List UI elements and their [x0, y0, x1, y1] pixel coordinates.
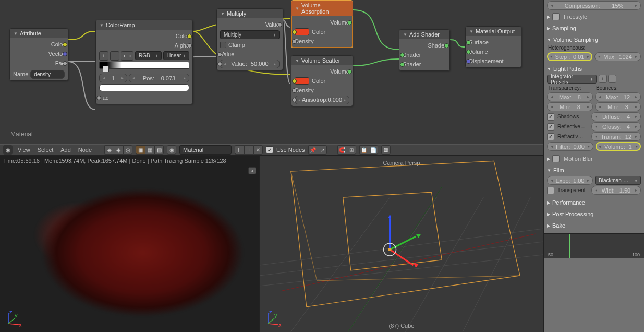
panel-volume-sampling[interactable]: Volume Sampling — [547, 35, 641, 44]
panel-sampling[interactable]: Sampling — [547, 23, 641, 33]
menu-node[interactable]: Node — [76, 147, 94, 153]
socket-shader-out[interactable] — [444, 43, 449, 48]
snap-type-button[interactable]: ⊞ — [347, 145, 356, 155]
3d-viewport[interactable]: Camera Persp z x y (87) Cube — [259, 156, 543, 332]
paste-button[interactable]: 📄 — [369, 145, 378, 155]
panel-film[interactable]: Film — [547, 165, 641, 175]
refractive-checkbox[interactable] — [547, 133, 554, 140]
operation-dropdown[interactable]: Multiply — [220, 30, 280, 39]
snap-button[interactable]: 🧲 — [337, 145, 347, 155]
transp-min-field[interactable]: Min:8 — [547, 102, 593, 111]
flip-button[interactable]: ⟷ — [121, 51, 133, 61]
render-result-view[interactable]: Time:05:59.16 | Mem:1593.74M, Peak:1657.… — [0, 156, 259, 332]
value-input[interactable]: Value:50.000 — [220, 60, 280, 68]
socket-value-out[interactable] — [277, 22, 282, 27]
panel-freestyle[interactable]: Freestyle — [547, 12, 641, 21]
node-title[interactable]: Volume Absorption — [291, 1, 353, 16]
stop-position[interactable]: Pos:0.073 — [129, 74, 189, 82]
socket-value-in1[interactable] — [217, 52, 222, 57]
socket-density-in[interactable] — [292, 39, 297, 44]
transp-max-field[interactable]: Max:8 — [547, 92, 593, 101]
socket-vector[interactable] — [63, 52, 67, 56]
socket-fac[interactable] — [63, 61, 67, 66]
node-add-shader[interactable]: Add Shader Shader Shader Shader — [399, 29, 450, 71]
compression-field[interactable]: Compression:15% — [547, 1, 641, 10]
glossy-bounces-field[interactable]: Glossy:4 — [591, 122, 641, 131]
socket-aniso-in[interactable] — [292, 98, 297, 102]
socket-value-in2[interactable] — [217, 62, 222, 66]
object-shader-icon[interactable]: ◈ — [104, 145, 114, 155]
data-type-tabs[interactable]: ▣ ▦ ▩ — [136, 145, 164, 155]
preset-remove-button[interactable]: − — [608, 75, 616, 83]
menu-add[interactable]: Add — [58, 147, 73, 153]
node-editor[interactable]: Attribute Color Vector Fac Name density … — [0, 0, 543, 144]
exposure-field[interactable]: Expo:1.00 — [547, 176, 593, 185]
panel-bake[interactable]: Bake — [547, 221, 641, 230]
editor-type-icon[interactable]: ◉ — [3, 145, 13, 155]
line-shader-icon[interactable]: ◎ — [123, 145, 132, 155]
menu-select[interactable]: Select — [35, 147, 56, 153]
gradient-editor[interactable] — [99, 62, 189, 69]
anisotropy-input[interactable]: Anisotrop:0.000 — [295, 96, 349, 104]
node-volume-scatter[interactable]: Volume Scatter Volume Color Density Anis… — [291, 55, 353, 106]
mode-dropdown[interactable]: RGB — [135, 51, 162, 60]
freestyle-checkbox[interactable] — [552, 13, 560, 20]
filter-glossy-field[interactable]: Filter:0.00 — [547, 142, 593, 151]
compositing-tab-icon[interactable]: ▦ — [145, 145, 154, 155]
properties-panel[interactable]: Compression:15% Freestyle Sampling Volum… — [543, 0, 644, 332]
pin-button[interactable]: 📌 — [308, 145, 318, 155]
socket-shader-in2[interactable] — [400, 62, 405, 67]
transparent-film-checkbox[interactable] — [547, 187, 554, 194]
node-colorramp[interactable]: ColorRamp Color Alpha + − ⟷ RGB Linear 1… — [95, 20, 193, 104]
socket-color[interactable] — [63, 42, 67, 47]
node-volume-absorption[interactable]: Volume Absorption Volume Color Density — [291, 0, 353, 48]
step-size-field[interactable]: Step :0.01 — [547, 52, 592, 61]
backdrop-button[interactable]: 🖼 — [381, 145, 391, 155]
color-swatch[interactable] — [295, 77, 309, 85]
diffuse-bounces-field[interactable]: Diffuse:4 — [591, 112, 641, 121]
socket-surface-in[interactable] — [466, 40, 471, 45]
shadows-checkbox[interactable] — [547, 113, 554, 121]
material-select[interactable]: Material — [179, 145, 232, 155]
socket-volume-out[interactable] — [347, 69, 352, 74]
preset-add-button[interactable]: + — [599, 75, 607, 83]
attribute-name-input[interactable]: density — [30, 70, 65, 79]
use-nodes-checkbox[interactable]: ✓ — [266, 146, 273, 153]
integrator-presets-dropdown[interactable]: Integrator Presets — [547, 75, 597, 84]
socket-color[interactable] — [187, 34, 192, 39]
bounces-max-field[interactable]: Max:12 — [595, 92, 641, 101]
new-material-button[interactable]: + — [244, 145, 253, 155]
world-shader-icon[interactable]: ◉ — [114, 145, 123, 155]
socket-disp-in[interactable] — [466, 59, 471, 64]
node-title[interactable]: ColorRamp — [96, 20, 192, 30]
remove-stop-button[interactable]: − — [110, 51, 119, 61]
panel-post-processing[interactable]: Post Processing — [547, 209, 641, 219]
playhead[interactable] — [569, 234, 570, 258]
interp-dropdown[interactable]: Linear — [163, 51, 190, 60]
reflective-checkbox[interactable] — [547, 123, 554, 131]
motion-blur-checkbox[interactable] — [552, 155, 560, 162]
material-picker-icon[interactable]: ◉ — [167, 145, 176, 155]
socket-fac-in[interactable] — [96, 96, 101, 100]
menu-view[interactable]: View — [16, 147, 32, 153]
panel-light-paths[interactable]: Light Paths — [547, 64, 641, 74]
color-swatch[interactable] — [295, 28, 309, 35]
node-title[interactable]: Material Output — [466, 27, 521, 36]
node-attribute[interactable]: Attribute Color Vector Fac Name density — [9, 28, 68, 81]
stop-index[interactable]: 1 — [99, 74, 127, 82]
socket-alpha[interactable] — [187, 43, 192, 48]
socket-volume-out[interactable] — [347, 20, 352, 25]
socket-volume-in[interactable] — [466, 50, 471, 54]
node-material-output[interactable]: Material Output Surface Volume Displacem… — [465, 26, 521, 68]
panel-performance[interactable]: Performance — [547, 198, 641, 207]
node-title[interactable]: Add Shader — [399, 30, 449, 39]
socket-density-in[interactable] — [292, 88, 297, 93]
bounces-min-field[interactable]: Min:3 — [595, 102, 641, 111]
socket-shader-in1[interactable] — [400, 53, 405, 57]
texture-tab-icon[interactable]: ▩ — [154, 145, 164, 155]
parent-button[interactable]: ↗ — [318, 145, 327, 155]
unlink-button[interactable]: ✕ — [253, 145, 263, 155]
fake-user-button[interactable]: F — [235, 145, 244, 155]
material-tab-icon[interactable]: ▣ — [136, 145, 145, 155]
filter-width-field[interactable]: Widt:1.50 — [591, 186, 641, 195]
